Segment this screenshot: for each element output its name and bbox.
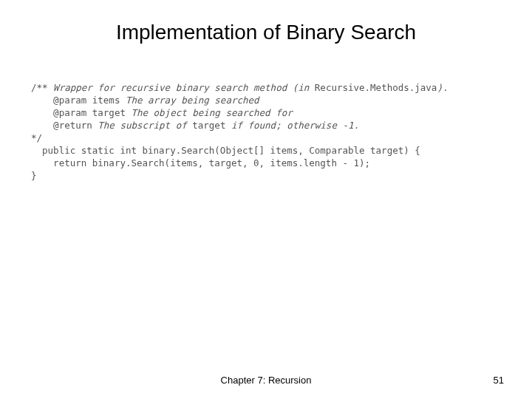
footer-page-number: 51 — [494, 375, 504, 386]
code-line-4: @return The subscript of target if found… — [31, 120, 359, 131]
code-line-5: */ — [31, 132, 42, 143]
code-listing: /** Wrapper for recursive binary search … — [31, 81, 501, 182]
code-line-1: /** Wrapper for recursive binary search … — [31, 82, 448, 93]
code-line-3: @param target The object being searched … — [31, 107, 293, 118]
footer-chapter: Chapter 7: Recursion — [0, 375, 532, 386]
code-line-6: public static int binary.Search(Object[]… — [31, 145, 420, 156]
code-line-8: } — [31, 170, 37, 181]
page-title: Implementation of Binary Search — [0, 21, 532, 44]
code-line-2: @param items The array being searched — [31, 95, 259, 106]
slide: Implementation of Binary Search /** Wrap… — [0, 0, 532, 399]
code-line-7: return binary.Search(items, target, 0, i… — [31, 157, 370, 168]
